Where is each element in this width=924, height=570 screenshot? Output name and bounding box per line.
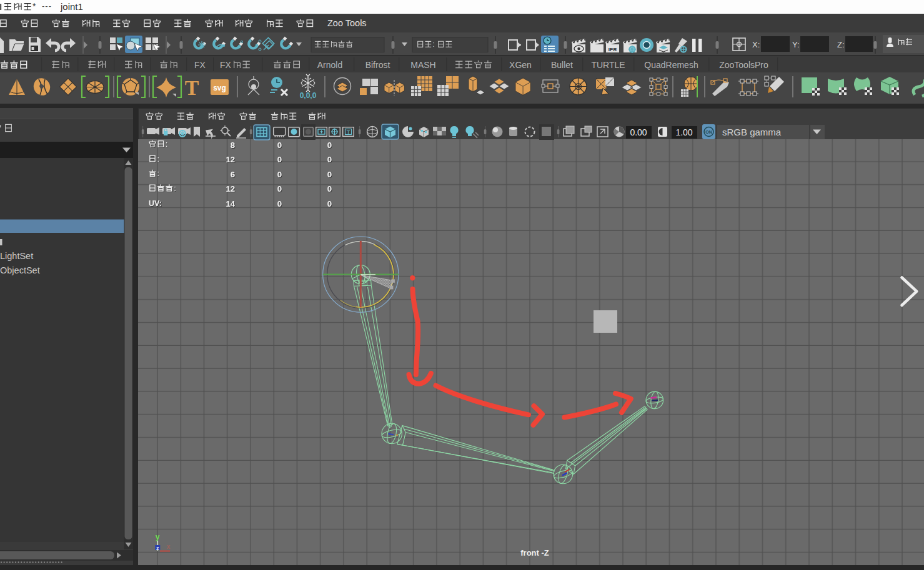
svg-text:sRGB gamma: sRGB gamma [722, 127, 782, 137]
svg-text:12: 12 [226, 184, 235, 194]
svg-text:6: 6 [231, 170, 235, 179]
svg-text:svg: svg [213, 84, 226, 92]
svg-text:LightSet: LightSet [0, 251, 33, 261]
svg-text:0,0,0: 0,0,0 [300, 91, 317, 100]
svg-text:---: --- [42, 1, 52, 11]
svg-text:Bullet: Bullet [551, 60, 573, 70]
svg-text:0: 0 [327, 140, 332, 150]
svg-text:0: 0 [277, 170, 282, 179]
svg-text:UV:: UV: [149, 199, 162, 208]
svg-text:Z:: Z: [837, 40, 845, 49]
svg-text:0: 0 [277, 184, 282, 194]
svg-text:x: x [167, 543, 171, 550]
svg-text:XGen: XGen [509, 60, 532, 70]
svg-text:Y:: Y: [792, 40, 800, 49]
svg-text:0: 0 [327, 155, 332, 164]
svg-text:T: T [347, 129, 350, 135]
svg-text:FX: FX [194, 60, 206, 70]
svg-text:y: y [156, 533, 160, 541]
svg-text:0: 0 [277, 140, 282, 150]
svg-text:1.00: 1.00 [675, 127, 692, 137]
svg-text:ZooToolsPro: ZooToolsPro [719, 60, 768, 70]
svg-text:8: 8 [231, 140, 235, 150]
svg-text:Zoo Tools: Zoo Tools [327, 18, 367, 28]
svg-text:T: T [185, 76, 199, 99]
svg-text:0: 0 [327, 199, 332, 209]
svg-text:TURTLE: TURTLE [591, 60, 625, 70]
svg-text:14: 14 [226, 199, 236, 209]
svg-text::: : [157, 154, 159, 164]
svg-text:IPR: IPR [609, 47, 617, 52]
svg-text::: : [157, 169, 159, 178]
svg-text:X:: X: [752, 40, 760, 49]
svg-text:ON: ON [705, 130, 712, 134]
svg-text:0: 0 [327, 184, 332, 194]
svg-text:ObjectSet: ObjectSet [0, 265, 40, 275]
svg-text:joint1: joint1 [60, 1, 83, 12]
svg-text:Arnold: Arnold [317, 60, 342, 70]
svg-text:MASH: MASH [410, 60, 435, 70]
svg-text:0: 0 [327, 170, 332, 179]
svg-text:0: 0 [277, 155, 282, 164]
svg-text:Bifrost: Bifrost [365, 60, 390, 70]
svg-text:0.00: 0.00 [630, 127, 647, 137]
svg-text::: : [432, 40, 434, 49]
svg-text:QuadRemesh: QuadRemesh [644, 60, 698, 70]
svg-text:0: 0 [277, 199, 282, 209]
svg-text:*: * [32, 1, 36, 11]
svg-text:12: 12 [226, 155, 235, 164]
svg-text:z: z [156, 545, 159, 551]
svg-text:FX: FX [220, 60, 232, 70]
svg-text::: : [166, 139, 168, 149]
svg-text::: : [174, 184, 176, 193]
svg-text:front -Z: front -Z [520, 548, 549, 558]
